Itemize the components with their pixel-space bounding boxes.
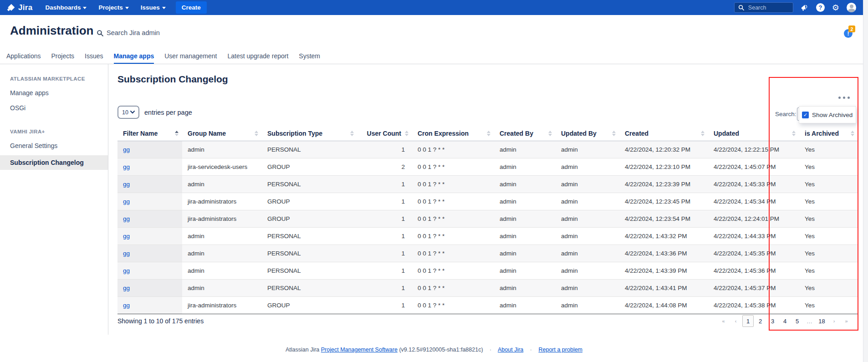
sort-arrows-icon[interactable] — [792, 131, 796, 136]
table-cell: Yes — [799, 227, 858, 245]
column-header[interactable]: Created — [619, 127, 708, 141]
table-cell: 0 0 1 ? * * — [412, 158, 494, 175]
tab-manage-apps[interactable]: Manage apps — [114, 49, 154, 64]
filter-name-link[interactable]: gg — [123, 302, 130, 309]
sort-arrows-icon[interactable] — [851, 131, 854, 136]
table-cell: 1 — [357, 210, 412, 227]
notification-count-badge: 2 — [848, 25, 855, 32]
table-cell: 4/22/2024, 1:43:41 PM — [619, 279, 708, 296]
column-header[interactable]: Subscription Type — [262, 127, 357, 141]
announcements-icon[interactable] — [801, 4, 809, 12]
sort-arrows-icon[interactable] — [405, 131, 408, 136]
sort-arrows-icon[interactable] — [701, 131, 705, 136]
column-header[interactable]: Updated By — [556, 127, 619, 141]
help-icon[interactable]: ? — [816, 3, 825, 12]
user-avatar[interactable] — [847, 3, 856, 12]
table-cell: admin — [556, 245, 619, 262]
show-archived-checkbox[interactable]: ✓ — [802, 112, 809, 118]
global-search-box[interactable] — [734, 2, 793, 13]
table-search-label: Search: — [775, 111, 797, 117]
column-header-label: Group Name — [188, 130, 226, 137]
sort-arrows-icon[interactable] — [175, 131, 179, 136]
column-header[interactable]: Updated — [708, 127, 799, 141]
sort-arrows-icon[interactable] — [255, 131, 258, 136]
tab-projects[interactable]: Projects — [51, 49, 75, 64]
tab-applications[interactable]: Applications — [6, 49, 41, 64]
column-header[interactable]: Group Name — [182, 127, 262, 141]
column-header[interactable]: Cron Expression — [412, 127, 494, 141]
column-header[interactable]: Created By — [494, 127, 556, 141]
pagination-page-button[interactable]: 2 — [755, 315, 766, 327]
nav-dashboards[interactable]: Dashboards — [45, 4, 87, 11]
filter-name-link[interactable]: gg — [123, 163, 130, 170]
filter-name-cell: gg — [117, 227, 182, 245]
pagination-page-button[interactable]: 1 — [742, 315, 754, 327]
footer-software-link[interactable]: Project Management Software — [321, 347, 398, 353]
filter-name-link[interactable]: gg — [123, 146, 130, 153]
filter-name-link[interactable]: gg — [123, 233, 130, 240]
nav-issues[interactable]: Issues — [141, 4, 166, 11]
pagination-nav-button[interactable]: ‹ — [730, 315, 741, 327]
table-cell: admin — [494, 245, 556, 262]
jira-logo[interactable]: Jira — [6, 3, 32, 12]
pagination-page-button[interactable]: 4 — [779, 315, 791, 327]
footer-about-link[interactable]: About Jira — [498, 347, 523, 353]
table-cell: 0 0 1 ? * * — [412, 262, 494, 279]
pagination: «‹12345…18›» — [718, 315, 852, 327]
sort-arrows-icon[interactable] — [548, 131, 552, 136]
pagination-page-button[interactable]: 18 — [816, 315, 827, 327]
tab-latest-upgrade-report[interactable]: Latest upgrade report — [227, 49, 288, 64]
show-archived-label: Show Archived — [812, 112, 853, 118]
table-cell: admin — [182, 262, 262, 279]
tab-system[interactable]: System — [299, 49, 320, 64]
pagination-nav-button[interactable]: « — [718, 315, 729, 327]
column-header[interactable]: User Count — [357, 127, 412, 141]
filter-name-link[interactable]: gg — [123, 267, 130, 274]
filter-name-link[interactable]: gg — [123, 198, 130, 205]
table-cell: 4/22/2024, 12:20:32 PM — [619, 141, 708, 158]
page-scrollbar[interactable] — [863, 0, 868, 362]
column-header-label: Updated By — [561, 130, 597, 137]
sidebar-item-osgi[interactable]: OSGi — [10, 104, 108, 112]
global-search-input[interactable] — [747, 4, 789, 11]
table-cell: PERSONAL — [262, 141, 357, 158]
filter-name-link[interactable]: gg — [123, 285, 130, 291]
pagination-page-button[interactable]: 5 — [791, 315, 803, 327]
table-cell: 4/22/2024, 12:23:10 PM — [619, 158, 708, 175]
admin-search-button[interactable]: Search Jira admin — [97, 29, 160, 36]
page-size-select[interactable]: 10 — [117, 106, 139, 119]
sort-arrows-icon[interactable] — [487, 131, 490, 136]
pagination-nav-button[interactable]: › — [828, 315, 840, 327]
filter-name-link[interactable]: gg — [123, 250, 130, 257]
pagination-page-button[interactable]: 3 — [767, 315, 778, 327]
table-cell: PERSONAL — [262, 175, 357, 193]
table-cell: admin — [182, 245, 262, 262]
column-header[interactable]: Filter Name — [117, 127, 182, 141]
filter-name-link[interactable]: gg — [123, 181, 130, 188]
filter-name-link[interactable]: gg — [123, 215, 130, 222]
create-button[interactable]: Create — [176, 1, 207, 14]
table-row: ggjira-servicedesk-usersGROUP20 0 1 ? * … — [117, 158, 858, 175]
sidebar-item-general-settings[interactable]: General Settings — [10, 142, 108, 149]
tab-user-management[interactable]: User management — [164, 49, 217, 64]
nav-projects[interactable]: Projects — [98, 4, 128, 11]
sort-arrows-icon[interactable] — [612, 131, 616, 136]
footer-report-link[interactable]: Report a problem — [538, 347, 582, 353]
pagination-nav-button[interactable]: » — [841, 315, 852, 327]
entries-per-page-label: entries per page — [144, 109, 192, 116]
table-cell: PERSONAL — [262, 227, 357, 245]
tab-issues[interactable]: Issues — [85, 49, 103, 64]
table-cell: 4/22/2024, 1:43:39 PM — [619, 262, 708, 279]
sidebar-item-manage-apps[interactable]: Manage apps — [10, 89, 108, 97]
sort-arrows-icon[interactable] — [350, 131, 354, 136]
overflow-menu-icon[interactable] — [838, 97, 850, 99]
column-header[interactable]: is Archived — [799, 127, 858, 141]
page-title: Administration — [10, 24, 93, 38]
table-cell: 4/22/2024, 1:45:37 PM — [708, 279, 799, 296]
search-icon — [738, 5, 744, 10]
table-cell: 0 0 1 ? * * — [412, 227, 494, 245]
sidebar-item-subscription-changelog[interactable]: Subscription Changelog — [0, 155, 108, 170]
table-cell: 0 0 1 ? * * — [412, 279, 494, 296]
admin-notification-icon[interactable]: ! 2 — [844, 29, 853, 38]
gear-icon[interactable]: ⚙ — [832, 4, 839, 12]
